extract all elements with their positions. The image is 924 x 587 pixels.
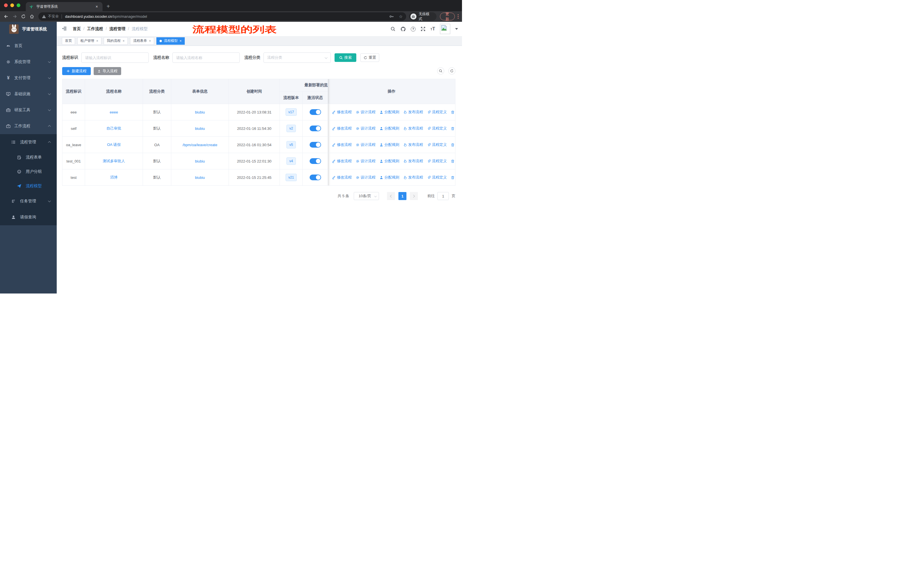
assign-rule-link[interactable]: 分配规则 (380, 175, 399, 180)
process-name-link[interactable]: 测试多审批人 (103, 159, 125, 164)
search-button[interactable]: 搜索 (335, 53, 356, 62)
active-toggle[interactable] (310, 158, 321, 164)
new-tab-button[interactable]: + (107, 2, 110, 10)
publish-process-link[interactable]: 发布流程 (403, 126, 423, 131)
sidebar-item-infra[interactable]: 基础设施 (0, 86, 57, 102)
design-process-link[interactable]: 设计流程 (356, 109, 376, 115)
process-name-link[interactable]: 自己审批 (107, 126, 121, 131)
active-toggle[interactable] (310, 142, 321, 147)
current-page-button[interactable]: 1 (398, 192, 406, 200)
process-definition-link[interactable]: 流程定义 (427, 109, 447, 115)
sidebar-item-user-group[interactable]: 用户分组 (0, 165, 57, 179)
sidebar-item-task-mgmt[interactable]: 任务管理 (0, 193, 57, 209)
reset-button[interactable]: 重置 (360, 53, 379, 62)
active-toggle[interactable] (310, 109, 321, 115)
github-icon[interactable] (401, 26, 406, 32)
next-page-button[interactable] (410, 192, 418, 200)
search-icon[interactable] (390, 26, 396, 31)
url-bar[interactable]: 不安全 dashboard.yudao.iocoder.cn /bpm/mana… (38, 12, 406, 21)
form-link[interactable]: biubiu (195, 175, 205, 180)
sidebar-item-system[interactable]: 系统管理 (0, 54, 57, 70)
security-label[interactable]: 不安全 (48, 14, 59, 19)
publish-process-link[interactable]: 发布流程 (403, 175, 423, 180)
maximize-window-button[interactable] (16, 3, 20, 7)
delete-link[interactable]: 删除 (451, 142, 455, 147)
form-link[interactable]: biubiu (195, 126, 205, 131)
home-icon[interactable] (30, 14, 35, 19)
prev-page-button[interactable] (387, 192, 395, 200)
browser-menu-icon[interactable] (458, 16, 459, 17)
assign-rule-link[interactable]: 分配规则 (380, 142, 399, 147)
avatar[interactable] (440, 24, 450, 34)
tag-home[interactable]: 首页 (62, 37, 75, 45)
tag-process-model[interactable]: 流程模型× (157, 37, 185, 45)
process-definition-link[interactable]: 流程定义 (427, 126, 447, 131)
tag-close-icon[interactable]: × (149, 39, 151, 43)
goto-page-input[interactable] (437, 192, 449, 200)
form-link[interactable]: biubiu (195, 159, 205, 164)
sidebar-item-payment[interactable]: ¥ 支付管理 (0, 70, 57, 86)
process-key-input[interactable] (81, 53, 148, 63)
create-process-button[interactable]: 新建流程 (62, 67, 91, 75)
edit-process-link[interactable]: 修改流程 (332, 142, 352, 147)
tag-process-form[interactable]: 流程表单× (130, 37, 154, 45)
delete-link[interactable]: 删除 (451, 175, 455, 180)
assign-rule-link[interactable]: 分配规则 (380, 126, 399, 131)
edit-process-link[interactable]: 修改流程 (332, 109, 352, 115)
close-window-button[interactable] (4, 3, 8, 7)
edit-process-link[interactable]: 修改流程 (332, 159, 352, 164)
version-badge[interactable]: v5 (286, 141, 296, 149)
back-icon[interactable] (4, 14, 8, 19)
refresh-icon[interactable] (21, 14, 26, 19)
delete-link[interactable]: 删除 (451, 109, 455, 115)
fullscreen-icon[interactable] (421, 26, 426, 31)
assign-rule-link[interactable]: 分配规则 (380, 159, 399, 164)
process-definition-link[interactable]: 流程定义 (427, 142, 447, 147)
tag-my-process[interactable]: 我的流程× (104, 37, 128, 45)
design-process-link[interactable]: 设计流程 (356, 126, 376, 131)
publish-process-link[interactable]: 发布流程 (403, 109, 423, 115)
sidebar-item-devtools[interactable]: 研发工具 (0, 102, 57, 118)
font-size-icon[interactable]: TT (431, 26, 435, 31)
process-name-link[interactable]: OA 请假 (107, 142, 121, 147)
minimize-window-button[interactable] (10, 3, 14, 7)
process-definition-link[interactable]: 流程定义 (427, 159, 447, 164)
category-select[interactable]: 流程分类 (264, 53, 331, 63)
avatar-caret-icon[interactable] (455, 28, 458, 30)
design-process-link[interactable]: 设计流程 (356, 142, 376, 147)
forward-icon[interactable] (12, 14, 17, 19)
sidebar-item-process-mgmt[interactable]: 流程管理 (0, 134, 57, 150)
publish-process-link[interactable]: 发布流程 (403, 142, 423, 147)
edit-process-link[interactable]: 修改流程 (332, 126, 352, 131)
form-link[interactable]: biubiu (195, 110, 205, 114)
edit-process-link[interactable]: 修改流程 (332, 175, 352, 180)
sidebar-item-home[interactable]: 首页 (0, 38, 57, 54)
delete-link[interactable]: 删除 (451, 126, 455, 131)
assign-rule-link[interactable]: 分配规则 (380, 109, 399, 115)
version-badge[interactable]: v2 (286, 125, 296, 132)
help-icon[interactable]: ? (411, 26, 416, 31)
update-button[interactable]: 更新 (440, 13, 455, 20)
publish-process-link[interactable]: 发布流程 (403, 159, 423, 164)
tag-tenant[interactable]: 租户管理× (78, 37, 101, 45)
incognito-badge[interactable]: 无痕模式 (409, 12, 437, 21)
bookmark-star-icon[interactable]: ☆ (399, 14, 403, 19)
version-badge[interactable]: v17 (285, 108, 297, 116)
active-toggle[interactable] (310, 126, 321, 131)
page-size-select[interactable]: 10条/页 (354, 192, 379, 200)
design-process-link[interactable]: 设计流程 (356, 159, 376, 164)
breadcrumb-workflow[interactable]: 工作流程 (81, 26, 103, 31)
sidebar-item-process-model[interactable]: 流程模型 (0, 179, 57, 193)
tab-close-icon[interactable]: × (94, 4, 99, 9)
sidebar-item-leave-query[interactable]: 请假查询 (0, 209, 57, 225)
tag-close-icon[interactable]: × (96, 39, 98, 43)
sidebar-item-workflow[interactable]: 工作流程 (0, 118, 57, 134)
process-definition-link[interactable]: 流程定义 (427, 175, 447, 180)
breadcrumb-process-mgmt[interactable]: 流程管理 (103, 26, 125, 31)
show-search-button[interactable] (437, 67, 444, 74)
design-process-link[interactable]: 设计流程 (356, 175, 376, 180)
process-name-link[interactable]: 滔博 (110, 175, 118, 180)
import-process-button[interactable]: 导入流程 (94, 67, 121, 75)
process-name-link[interactable]: eeee (110, 110, 118, 114)
refresh-table-button[interactable] (448, 67, 455, 74)
